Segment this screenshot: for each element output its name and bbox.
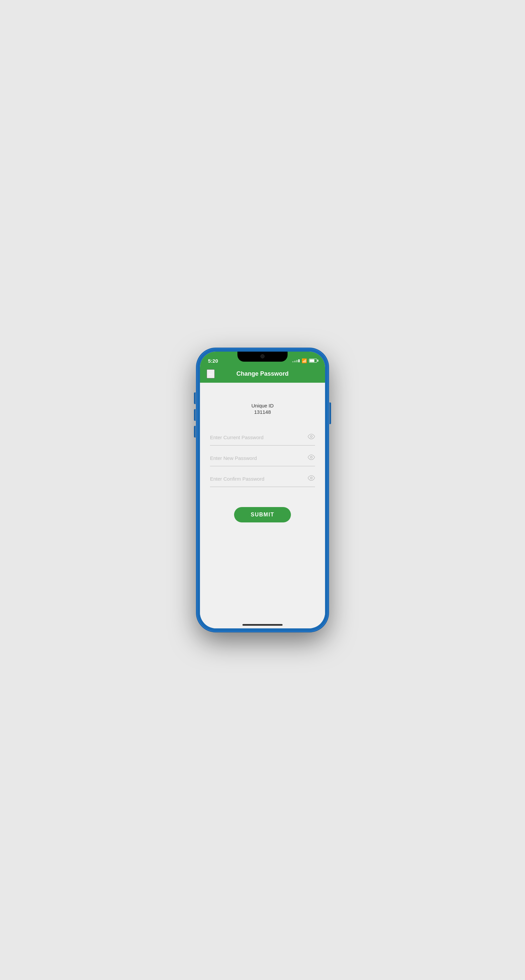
camera xyxy=(260,354,265,358)
unique-id-section: Unique ID 131148 xyxy=(252,403,274,415)
home-bar xyxy=(243,624,282,626)
current-password-input[interactable] xyxy=(210,434,305,440)
svg-point-0 xyxy=(310,436,312,438)
new-password-toggle-icon[interactable] xyxy=(308,453,315,463)
unique-id-label: Unique ID xyxy=(252,403,274,409)
main-content: Unique ID 131148 xyxy=(200,383,325,617)
new-password-group xyxy=(210,449,315,466)
battery-icon xyxy=(309,359,317,363)
current-password-toggle-icon[interactable] xyxy=(308,433,315,442)
new-password-input[interactable] xyxy=(210,455,305,461)
notch xyxy=(238,352,287,362)
phone-frame: 5:20 📶 ← Change Password xyxy=(197,349,328,631)
confirm-password-group xyxy=(210,469,315,487)
app-header: ← Change Password xyxy=(200,366,325,383)
svg-point-2 xyxy=(310,477,312,479)
status-time: 5:20 xyxy=(208,358,218,364)
wifi-icon: 📶 xyxy=(302,358,307,363)
phone-screen: 5:20 📶 ← Change Password xyxy=(200,352,325,628)
svg-point-1 xyxy=(310,456,312,458)
unique-id-value: 131148 xyxy=(252,409,274,415)
back-button[interactable]: ← xyxy=(207,369,215,379)
password-form: SUBMIT xyxy=(210,428,315,522)
current-password-group xyxy=(210,428,315,445)
confirm-password-input[interactable] xyxy=(210,476,305,482)
page-title: Change Password xyxy=(236,370,289,377)
signal-icon xyxy=(292,359,300,362)
submit-button[interactable]: SUBMIT xyxy=(234,507,291,522)
status-icons: 📶 xyxy=(292,358,317,363)
home-indicator xyxy=(200,617,325,628)
confirm-password-toggle-icon[interactable] xyxy=(308,474,315,483)
